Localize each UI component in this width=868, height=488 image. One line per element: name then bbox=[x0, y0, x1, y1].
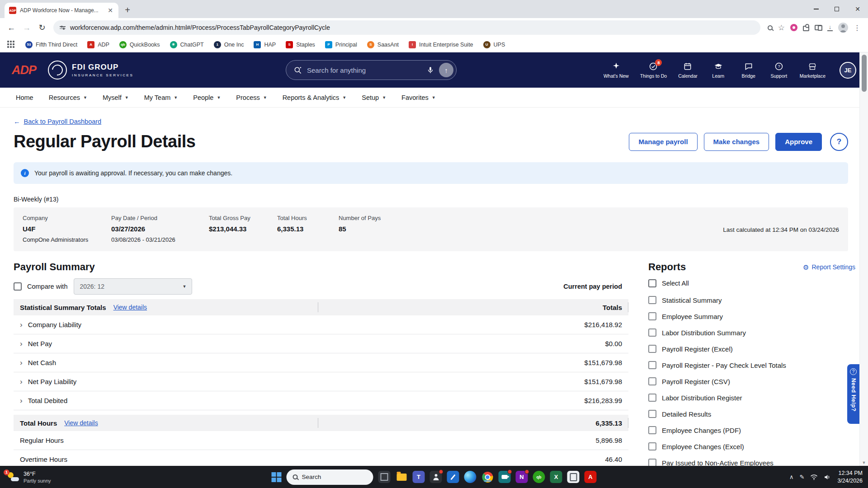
learn-button[interactable]: Learn bbox=[709, 62, 728, 79]
app-icon-teams[interactable]: T bbox=[413, 471, 425, 483]
scrollbar-down-arrow-icon[interactable]: ▼ bbox=[860, 460, 868, 465]
select-all-checkbox[interactable] bbox=[648, 279, 656, 287]
bridge-button[interactable]: Bridge bbox=[739, 62, 758, 79]
app-icon-adobe-acrobat[interactable]: A bbox=[585, 471, 597, 483]
report-checkbox[interactable] bbox=[648, 410, 656, 418]
app-icon-photos[interactable] bbox=[378, 471, 391, 483]
site-settings-icon[interactable] bbox=[60, 26, 66, 29]
wifi-icon[interactable] bbox=[810, 474, 818, 480]
view-details-link[interactable]: View details bbox=[64, 419, 98, 427]
report-checkbox[interactable] bbox=[648, 426, 656, 434]
approve-button[interactable]: Approve bbox=[775, 133, 822, 151]
expand-chevron-icon[interactable]: › bbox=[20, 340, 23, 347]
user-avatar[interactable]: JE bbox=[840, 62, 856, 79]
report-checkbox[interactable] bbox=[648, 312, 656, 320]
expand-chevron-icon[interactable]: › bbox=[20, 397, 23, 404]
bookmark-star-icon[interactable]: ☆ bbox=[778, 24, 785, 32]
new-tab-button[interactable]: + bbox=[121, 4, 134, 16]
bookmark-fifth-third[interactable]: 53Fifth Third Direct bbox=[25, 41, 77, 48]
window-close-button[interactable]: ✕ bbox=[847, 0, 868, 18]
bookmark-saasant[interactable]: SSaasAnt bbox=[367, 41, 399, 48]
report-checkbox[interactable] bbox=[648, 361, 656, 369]
report-checkbox[interactable] bbox=[648, 345, 656, 353]
address-bar[interactable] bbox=[53, 20, 760, 35]
device-cast-icon[interactable] bbox=[815, 25, 822, 30]
table-row-net-pay[interactable]: › Net Pay $0.00 bbox=[14, 334, 628, 353]
bookmark-chatgpt[interactable]: ✳ChatGPT bbox=[170, 41, 204, 48]
make-changes-button[interactable]: Make changes bbox=[704, 133, 769, 151]
nav-item-resources[interactable]: Resources▼ bbox=[41, 88, 95, 107]
nav-item-reports-analytics[interactable]: Reports & Analytics▼ bbox=[275, 88, 354, 107]
window-minimize-button[interactable] bbox=[806, 0, 826, 18]
window-maximize-button[interactable] bbox=[826, 0, 847, 18]
report-settings-link[interactable]: ⚙ Report Settings bbox=[803, 263, 855, 271]
nav-item-people[interactable]: People▼ bbox=[185, 88, 228, 107]
app-icon-pen-app[interactable] bbox=[447, 471, 459, 483]
report-checkbox[interactable] bbox=[648, 377, 656, 385]
app-icon-onenote[interactable]: N bbox=[516, 471, 528, 483]
app-icon-chrome[interactable] bbox=[481, 471, 494, 483]
bookmark-adp[interactable]: AADP bbox=[87, 41, 109, 48]
app-icon-quickbooks[interactable]: qb bbox=[533, 471, 545, 483]
bookmark-hap[interactable]: HHAP bbox=[254, 41, 276, 48]
app-icon-calculator[interactable] bbox=[567, 471, 580, 483]
taskbar-search[interactable]: Search bbox=[287, 469, 373, 485]
tab-close-icon[interactable]: ✕ bbox=[107, 7, 114, 14]
bookmark-intuit[interactable]: IIntuit Enterprise Suite bbox=[409, 41, 473, 48]
report-checkbox[interactable] bbox=[648, 296, 656, 304]
reload-icon[interactable]: ↻ bbox=[35, 21, 49, 34]
app-icon-file-explorer[interactable] bbox=[396, 471, 408, 483]
compare-with-checkbox[interactable] bbox=[14, 282, 22, 291]
pinned-extension-icon[interactable] bbox=[790, 24, 797, 31]
expand-chevron-icon[interactable]: › bbox=[20, 321, 23, 328]
downloads-icon[interactable]: ↓ bbox=[827, 24, 833, 31]
report-checkbox[interactable] bbox=[648, 459, 656, 466]
expand-chevron-icon[interactable]: › bbox=[20, 359, 23, 366]
manage-payroll-button[interactable]: Manage payroll bbox=[629, 133, 697, 151]
compare-period-select[interactable]: 2026: 12 ▼ bbox=[74, 278, 192, 295]
nav-item-process[interactable]: Process▼ bbox=[228, 88, 274, 107]
search-submit-button[interactable]: ↑ bbox=[439, 63, 453, 77]
taskbar-clock[interactable]: 12:34 PM 3/24/2026 bbox=[837, 469, 863, 485]
weather-widget[interactable]: 1 36°F Partly sunny bbox=[6, 471, 51, 483]
start-button[interactable] bbox=[272, 472, 282, 482]
table-row-net-pay-liability[interactable]: › Net Pay Liability $151,679.98 bbox=[14, 372, 628, 391]
extensions-puzzle-icon[interactable] bbox=[803, 26, 809, 31]
nav-item-favorites[interactable]: Favorites▼ bbox=[394, 88, 443, 107]
whats-new-button[interactable]: What's New bbox=[604, 62, 629, 79]
nav-item-myself[interactable]: Myself▼ bbox=[95, 88, 137, 107]
microphone-icon[interactable] bbox=[426, 66, 434, 74]
bookmark-principal[interactable]: PPrincipal bbox=[325, 41, 357, 48]
things-to-do-button[interactable]: 8 Things to Do bbox=[640, 62, 667, 79]
back-to-dashboard-link[interactable]: ← Back to Payroll Dashboard bbox=[14, 118, 101, 125]
report-checkbox[interactable] bbox=[648, 442, 656, 450]
table-row-total-debited[interactable]: › Total Debited $216,283.99 bbox=[14, 391, 628, 410]
app-icon-edge[interactable] bbox=[464, 471, 476, 483]
forward-icon[interactable]: → bbox=[20, 21, 33, 34]
browser-profile-avatar[interactable] bbox=[838, 23, 848, 33]
calendar-button[interactable]: Calendar bbox=[678, 62, 698, 79]
report-checkbox[interactable] bbox=[648, 328, 656, 337]
page-scrollbar[interactable]: ▼ bbox=[859, 52, 868, 466]
app-icon-camera[interactable] bbox=[499, 471, 511, 483]
help-button[interactable]: ? bbox=[830, 133, 848, 151]
nav-item-my-team[interactable]: My Team▼ bbox=[137, 88, 185, 107]
nav-item-setup[interactable]: Setup▼ bbox=[354, 88, 394, 107]
tray-chevron-up-icon[interactable]: ∧ bbox=[789, 474, 794, 480]
zoom-search-icon[interactable] bbox=[768, 25, 773, 30]
volume-icon[interactable] bbox=[824, 474, 831, 480]
bookmark-one-inc[interactable]: 1One Inc bbox=[214, 41, 244, 48]
url-input[interactable] bbox=[70, 24, 754, 31]
table-row-net-cash[interactable]: › Net Cash $151,679.98 bbox=[14, 353, 628, 372]
marketplace-button[interactable]: Marketplace bbox=[800, 62, 826, 79]
table-row-company-liability[interactable]: › Company Liability $216,418.92 bbox=[14, 315, 628, 334]
bookmark-quickbooks[interactable]: qbQuickBooks bbox=[119, 41, 160, 48]
bookmark-staples[interactable]: SStaples bbox=[286, 41, 315, 48]
app-icon-contacts[interactable] bbox=[430, 471, 442, 483]
adp-logo[interactable]: ADP bbox=[12, 63, 36, 77]
global-search-bar[interactable]: ↑ bbox=[286, 60, 457, 80]
scrollbar-thumb[interactable] bbox=[862, 55, 867, 92]
nav-item-home[interactable]: Home bbox=[8, 88, 41, 107]
view-details-link[interactable]: View details bbox=[113, 304, 147, 311]
back-icon[interactable]: ← bbox=[5, 21, 18, 34]
